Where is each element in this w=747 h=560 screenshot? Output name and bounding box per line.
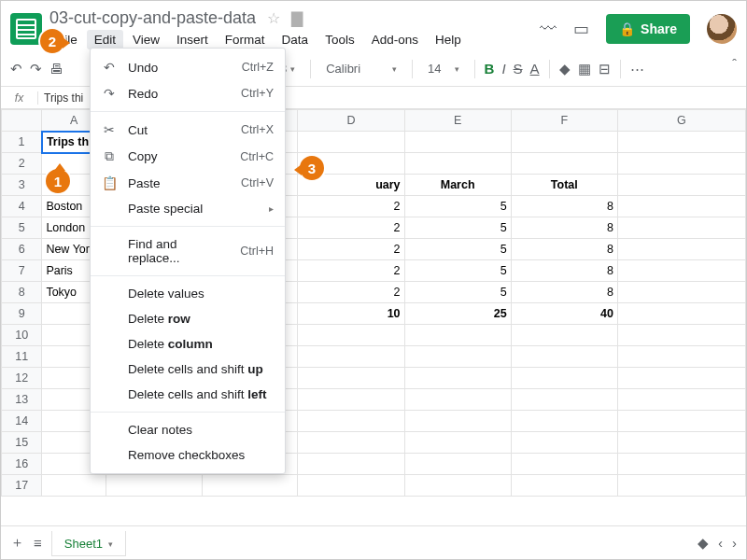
font-size[interactable]: 14 ▾ [422, 60, 464, 77]
more-icon[interactable]: ⋯ [630, 61, 644, 77]
share-button[interactable]: 🔒 Share [606, 14, 690, 44]
strike-icon[interactable]: S [514, 61, 523, 77]
row-8[interactable]: 8 [2, 282, 42, 303]
copy-icon: ⧉ [102, 148, 117, 164]
menu-addons[interactable]: Add-ons [364, 30, 426, 49]
add-sheet-icon[interactable]: ＋ [10, 534, 24, 552]
menu-delete-values[interactable]: Delete values [91, 281, 285, 306]
menu-insert[interactable]: Insert [169, 30, 216, 49]
comment-icon[interactable]: ▭ [573, 19, 589, 39]
text-color-icon[interactable]: A [530, 61, 540, 77]
bold-icon[interactable]: B [485, 61, 495, 77]
menu-data[interactable]: Data [275, 30, 317, 49]
menu-delete-column[interactable]: Delete column [91, 331, 285, 357]
menu-clear-notes[interactable]: Clear notes [91, 417, 285, 442]
row-6[interactable]: 6 [2, 239, 42, 260]
cut-icon: ✂ [102, 122, 117, 137]
col-g[interactable]: G [617, 110, 745, 132]
collapse-toolbar-icon[interactable]: ˆ [732, 57, 737, 72]
menu-delete-row[interactable]: Delete row [91, 306, 285, 331]
callout-badge-3: 3 [298, 154, 326, 182]
menu-cut[interactable]: ✂CutCtrl+X [91, 117, 285, 143]
sheets-logo-icon [10, 13, 42, 45]
menu-remove-checkboxes[interactable]: Remove checkboxes [91, 442, 285, 468]
formula-bar[interactable]: Trips thi [38, 91, 83, 105]
submenu-arrow-icon: ▸ [269, 203, 274, 214]
menu-paste-special[interactable]: Paste special▸ [91, 196, 285, 221]
paste-icon: 📋 [102, 175, 117, 190]
menu-edit[interactable]: Edit [87, 30, 123, 49]
undo-icon: ↶ [102, 60, 117, 75]
lock-icon: 🔒 [619, 21, 635, 36]
menu-tools[interactable]: Tools [317, 30, 362, 49]
menu-help[interactable]: Help [428, 30, 469, 49]
menu-undo[interactable]: ↶UndoCtrl+Z [91, 54, 285, 80]
avatar[interactable] [707, 14, 737, 44]
row-3[interactable]: 3 [2, 175, 42, 196]
trend-icon[interactable]: 〰 [540, 20, 557, 39]
row-2[interactable]: 2 [2, 153, 42, 175]
doc-title[interactable]: 03-cut-copy-and-paste-data [49, 8, 256, 28]
merge-icon[interactable]: ⊟ [599, 61, 611, 77]
menu-copy[interactable]: ⧉CopyCtrl+C [91, 143, 285, 170]
menu-view[interactable]: View [125, 30, 167, 49]
italic-icon[interactable]: I [501, 61, 505, 77]
star-icon[interactable]: ☆ [267, 9, 280, 27]
sheet-tabs-bar: ＋ ≡ Sheet1▾ ◆ ‹ › [1, 525, 746, 559]
row-5[interactable]: 5 [2, 217, 42, 239]
col-e[interactable]: E [404, 110, 511, 132]
scroll-right-icon[interactable]: › [732, 535, 737, 551]
fx-label: fx [1, 91, 38, 105]
row-7[interactable]: 7 [2, 260, 42, 282]
menu-find-replace[interactable]: Find and replace...Ctrl+H [91, 231, 285, 271]
folder-icon[interactable]: ▇ [291, 9, 303, 27]
fill-icon[interactable]: ◆ [559, 61, 571, 77]
menu-format[interactable]: Format [218, 30, 273, 49]
col-f[interactable]: F [511, 110, 617, 132]
menu-paste[interactable]: 📋PasteCtrl+V [91, 170, 285, 196]
print-icon[interactable]: 🖶 [49, 61, 63, 77]
sheet-tab[interactable]: Sheet1▾ [51, 529, 126, 556]
all-sheets-icon[interactable]: ≡ [34, 535, 42, 551]
menu-delete-shift-up[interactable]: Delete cells and shift up [91, 357, 285, 382]
explore-icon[interactable]: ◆ [698, 535, 709, 552]
callout-badge-1: 1 [44, 167, 72, 195]
row-4[interactable]: 4 [2, 196, 42, 217]
redo-icon[interactable]: ↷ [30, 61, 42, 77]
font-select[interactable]: Calibri ▾ [320, 60, 402, 77]
menu-bar: File Edit View Insert Format Data Tools … [49, 30, 540, 49]
scroll-left-icon[interactable]: ‹ [718, 535, 723, 551]
menu-redo[interactable]: ↷RedoCtrl+Y [91, 80, 285, 106]
row-1[interactable]: 1 [2, 132, 42, 153]
edit-menu-dropdown: ↶UndoCtrl+Z ↷RedoCtrl+Y ✂CutCtrl+X ⧉Copy… [90, 48, 286, 474]
col-d[interactable]: D [298, 110, 404, 132]
callout-badge-2: 2 [38, 27, 66, 55]
menu-delete-shift-left[interactable]: Delete cells and shift left [91, 382, 285, 407]
undo-icon[interactable]: ↶ [10, 61, 22, 77]
row-9[interactable]: 9 [2, 303, 42, 325]
redo-icon: ↷ [102, 86, 117, 101]
borders-icon[interactable]: ▦ [578, 61, 591, 77]
